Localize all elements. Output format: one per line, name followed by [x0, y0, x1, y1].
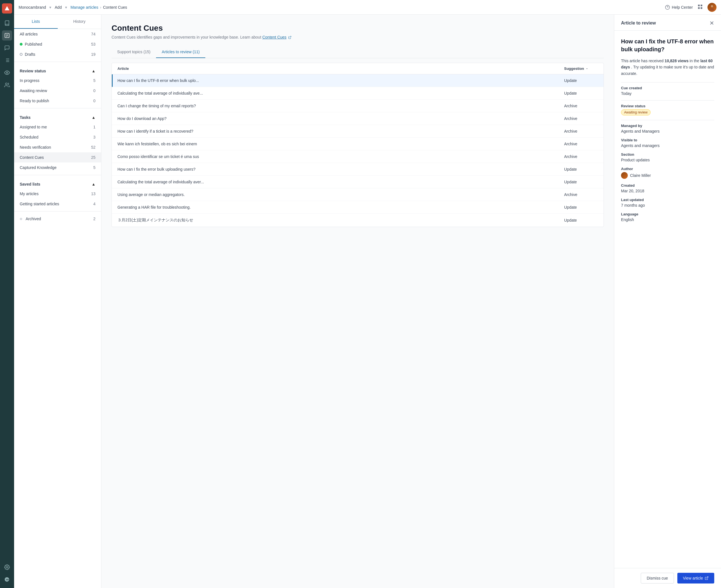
saved-lists-title: Saved lists [20, 182, 40, 186]
table-row[interactable]: How can I identify if a ticket is a reco… [112, 125, 603, 138]
sidebar-item-scheduled[interactable]: Scheduled 3 [14, 132, 101, 142]
sidebar-item-my-articles[interactable]: My articles 13 [14, 189, 101, 199]
grid-icon[interactable] [697, 4, 703, 10]
top-nav: Monocambrand ▾ Add ▾ Manage articles › C… [14, 0, 721, 15]
sort-icon[interactable] [585, 67, 589, 70]
sidebar-item-ready-to-publish[interactable]: Ready to publish 0 [14, 96, 101, 106]
needs-verification-label: Needs verification [20, 145, 51, 149]
getting-started-count: 4 [93, 202, 96, 206]
tab-support-topics[interactable]: Support topics (15) [111, 46, 156, 58]
author-label: Author [621, 167, 714, 171]
author-row: Claire Miller [621, 172, 714, 179]
panel-divider-1 [621, 82, 714, 83]
published-label: Published [20, 42, 42, 46]
center-content: Content Cues Content Cues identifies gap… [101, 15, 614, 588]
review-status-header[interactable]: Review status ▲ [20, 69, 96, 73]
tasks-title: Tasks [20, 115, 31, 120]
saved-lists-header[interactable]: Saved lists ▲ [20, 182, 96, 186]
stats-mid: in the [690, 59, 699, 63]
table-row[interactable]: Calculating the total average of individ… [112, 87, 603, 100]
section-label: Section [621, 152, 714, 156]
close-panel-button[interactable]: ✕ [709, 20, 714, 26]
nav-icon-chat[interactable] [2, 43, 12, 53]
sidebar-item-needs-verification[interactable]: Needs verification 52 [14, 142, 101, 152]
all-articles-count: 74 [91, 32, 96, 36]
sidebar-item-getting-started[interactable]: Getting started articles 4 [14, 199, 101, 209]
brand-name[interactable]: Monocambrand [19, 5, 46, 9]
section-section: Section Product updates [621, 152, 714, 162]
article-suggestion-cell: Update [564, 180, 598, 184]
top-nav-right: Help Center [665, 3, 717, 12]
tab-lists[interactable]: Lists [14, 15, 58, 29]
app-logo[interactable] [2, 3, 12, 14]
nav-icon-list[interactable] [2, 55, 12, 65]
logo-icon [4, 6, 10, 11]
dismiss-cue-button[interactable]: Dismiss cue [641, 573, 674, 584]
eye-icon [4, 70, 10, 76]
table-row[interactable]: Can I change the timing of my email repo… [112, 100, 603, 112]
add-button[interactable]: Add [55, 5, 62, 9]
article-suggestion-cell: Archive [564, 154, 598, 159]
view-article-button[interactable]: View article [677, 573, 714, 584]
nav-icon-settings[interactable] [2, 562, 12, 572]
content-cues-link[interactable]: Content Cues [262, 35, 287, 39]
last-updated-value: 7 months ago [621, 203, 714, 208]
sidebar-item-archived[interactable]: ⊖ Archived 2 [14, 214, 101, 224]
sidebar-item-in-progress[interactable]: In progress 5 [14, 76, 101, 86]
nav-icon-users[interactable] [2, 80, 12, 90]
review-status-section: Review status ▲ [14, 64, 101, 76]
sidebar-item-drafts[interactable]: Drafts 19 [14, 49, 101, 59]
cue-created-value: Today [621, 91, 714, 96]
article-title-cell: Calculating the total average of individ… [118, 91, 564, 96]
svg-rect-2 [698, 5, 700, 6]
sidebar-item-content-cues[interactable]: Content Cues 25 [14, 152, 101, 163]
created-label: Created [621, 183, 714, 188]
sidebar-item-all-articles[interactable]: All articles 74 [14, 29, 101, 39]
article-suggestion-cell: Update [564, 205, 598, 210]
published-count: 53 [91, 42, 96, 46]
svg-rect-3 [701, 5, 702, 6]
table-row[interactable]: How do I download an App? Archive [112, 112, 603, 125]
help-icon [665, 5, 670, 10]
zendesk-icon [4, 577, 10, 582]
table-row[interactable]: ３月2日(土)定期メインテナンスのお知らせ Update [112, 214, 603, 227]
sidebar-item-awaiting-review[interactable]: Awaiting review 0 [14, 86, 101, 96]
nav-icon-articles[interactable] [2, 30, 12, 41]
table-row[interactable]: Wie kann ich feststellen, ob es sich bei… [112, 138, 603, 150]
table-row[interactable]: Calculating the total average of individ… [112, 176, 603, 188]
col-header-suggestion: Suggestion [564, 66, 598, 71]
table-row[interactable]: How can I fix the UTF-8 error when bulk … [112, 74, 603, 87]
table-row[interactable]: How can I fix the error bulk uploading u… [112, 163, 603, 176]
table-row[interactable]: Como posso identificar se um ticket é um… [112, 150, 603, 163]
help-center-button[interactable]: Help Center [665, 5, 693, 10]
sidebar-item-captured-knowledge[interactable]: Captured Knowledge 5 [14, 163, 101, 173]
nav-icon-eye[interactable] [2, 68, 12, 78]
svg-marker-8 [5, 6, 9, 10]
sidebar-item-assigned-to-me[interactable]: Assigned to me 1 [14, 122, 101, 132]
breadcrumb-link[interactable]: Manage articles [70, 5, 98, 9]
sidebar-item-published[interactable]: Published 53 [14, 39, 101, 49]
nav-icon-zendesk[interactable] [2, 574, 12, 585]
table-row[interactable]: Generating a HAR file for troubleshootin… [112, 201, 603, 214]
nav-icon-book[interactable] [2, 18, 12, 28]
right-panel-body: How can I fix the UTF-8 error when bulk … [614, 31, 721, 568]
sidebar: Lists History All articles 74 Published … [14, 15, 101, 588]
svg-rect-4 [698, 7, 700, 9]
author-avatar [621, 172, 628, 179]
article-suggestion-cell: Archive [564, 104, 598, 108]
user-avatar[interactable] [707, 3, 717, 12]
right-panel-header: Article to review ✕ [614, 15, 721, 31]
tasks-collapse-icon: ▲ [91, 115, 96, 120]
tab-history[interactable]: History [58, 15, 101, 29]
external-link-icon [288, 36, 292, 39]
svg-line-22 [290, 36, 291, 38]
article-title-cell: Using average or median aggregators. [118, 192, 564, 197]
tab-articles-to-review[interactable]: Articles to review (11) [156, 46, 205, 58]
tasks-header[interactable]: Tasks ▲ [20, 115, 96, 120]
users-icon [4, 82, 10, 88]
table-row[interactable]: Using average or median aggregators. Arc… [112, 188, 603, 201]
article-title-cell: How can I identify if a ticket is a reco… [118, 129, 564, 133]
article-suggestion-cell: Update [564, 167, 598, 171]
external-link-btn-icon [705, 576, 708, 580]
svg-point-19 [6, 72, 8, 74]
